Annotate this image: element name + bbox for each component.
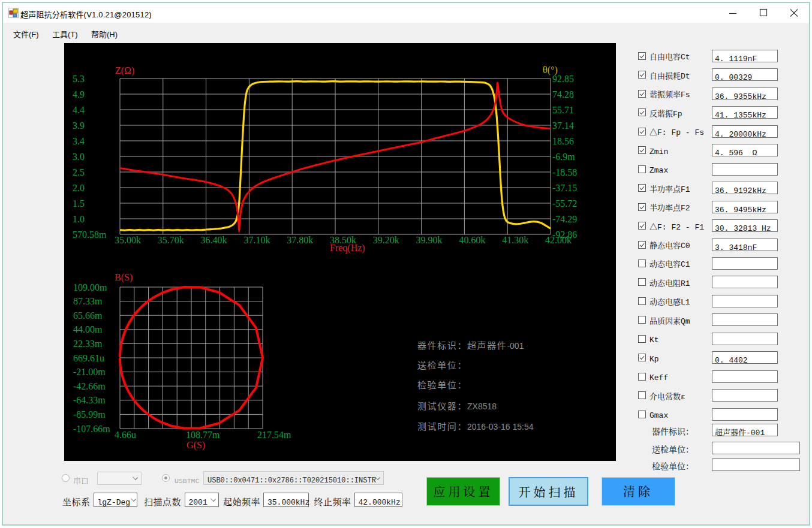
svg-text:3.0: 3.0 (73, 152, 85, 162)
svg-text:测试时间：2016-03-16 15:54: 测试时间：2016-03-16 15:54 (417, 420, 534, 432)
svg-text:35.00k: 35.00k (115, 235, 141, 245)
svg-text:器件标识：超声器件-001: 器件标识：超声器件-001 (417, 339, 524, 351)
svg-text:42.00k: 42.00k (545, 235, 572, 245)
svg-text:36.40k: 36.40k (201, 235, 227, 245)
svg-text:Freq(Hz): Freq(Hz) (330, 243, 365, 254)
svg-text:109.00m: 109.00m (73, 282, 107, 292)
svg-text:570.58m: 570.58m (73, 230, 107, 240)
svg-text:65.66m: 65.66m (73, 310, 103, 321)
svg-text:39.90k: 39.90k (416, 235, 443, 245)
svg-text:37.10k: 37.10k (243, 235, 270, 245)
svg-text:669.61u: 669.61u (73, 353, 104, 363)
svg-text:-85.99m: -85.99m (73, 409, 106, 420)
svg-text:-37.15: -37.15 (552, 183, 577, 193)
svg-text:B(S): B(S) (115, 272, 133, 283)
svg-text:θ(°): θ(°) (543, 65, 558, 76)
svg-text:5.3: 5.3 (73, 74, 85, 84)
svg-text:3.9: 3.9 (73, 120, 85, 131)
svg-text:92.85: 92.85 (552, 74, 574, 84)
svg-text:送检单位：: 送检单位： (417, 358, 467, 371)
svg-text:-64.33m: -64.33m (73, 395, 106, 405)
svg-text:-107.66m: -107.66m (73, 424, 110, 434)
svg-text:108.77m: 108.77m (186, 430, 220, 440)
svg-text:-21.00m: -21.00m (73, 367, 106, 377)
svg-text:测试仪器：ZX8518: 测试仪器：ZX8518 (417, 399, 497, 412)
svg-text:1.5: 1.5 (73, 198, 85, 209)
svg-text:-42.66m: -42.66m (73, 381, 106, 391)
svg-text:4.9: 4.9 (73, 89, 85, 99)
svg-text:35.70k: 35.70k (158, 235, 184, 245)
svg-text:74.28: 74.28 (552, 89, 574, 99)
svg-text:Z(Ω): Z(Ω) (115, 65, 134, 76)
svg-text:41.30k: 41.30k (502, 235, 528, 245)
svg-text:-55.72: -55.72 (552, 198, 577, 209)
svg-text:217.54m: 217.54m (257, 430, 291, 440)
svg-text:3.4: 3.4 (73, 136, 85, 146)
svg-text:1.0: 1.0 (73, 214, 85, 224)
svg-text:55.71: 55.71 (552, 105, 574, 115)
svg-text:4.4: 4.4 (73, 105, 85, 115)
svg-text:-74.29: -74.29 (552, 214, 577, 224)
svg-text:44.00m: 44.00m (73, 324, 103, 334)
svg-text:37.14: 37.14 (552, 120, 574, 131)
svg-text:2.5: 2.5 (73, 167, 85, 177)
svg-text:87.33m: 87.33m (73, 296, 103, 306)
svg-text:检验单位：: 检验单位： (417, 378, 467, 391)
svg-text:18.56: 18.56 (552, 136, 574, 146)
svg-text:-6.9m: -6.9m (552, 152, 575, 162)
svg-text:G(S): G(S) (187, 440, 205, 451)
svg-text:37.80k: 37.80k (287, 235, 313, 245)
svg-text:40.60k: 40.60k (459, 235, 485, 245)
svg-text:22.33m: 22.33m (73, 339, 103, 349)
svg-text:4.66u: 4.66u (115, 430, 136, 440)
svg-text:39.20k: 39.20k (373, 235, 399, 245)
svg-text:2.0: 2.0 (73, 183, 85, 193)
svg-text:-18.58: -18.58 (552, 167, 577, 177)
